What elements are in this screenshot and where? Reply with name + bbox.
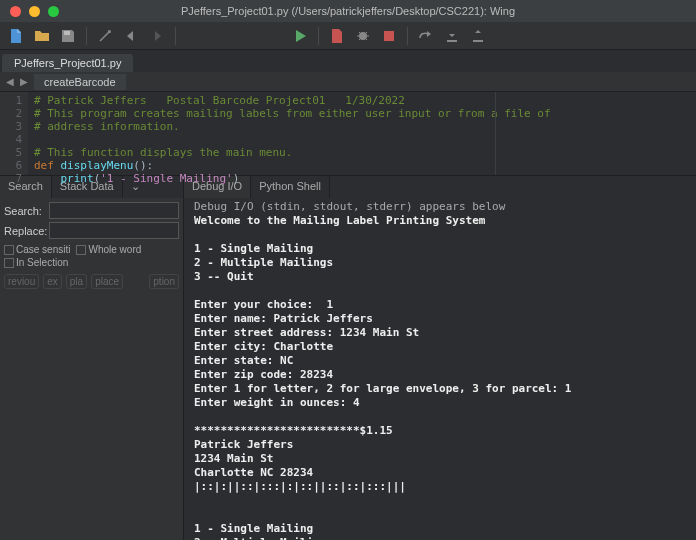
close-window-button[interactable] — [10, 6, 21, 17]
save-icon[interactable] — [58, 26, 78, 46]
minimize-window-button[interactable] — [29, 6, 40, 17]
step-out-icon[interactable] — [468, 26, 488, 46]
window-controls — [10, 6, 59, 17]
svg-rect-3 — [447, 40, 457, 42]
margin-guide — [495, 92, 496, 175]
whole-word-checkbox[interactable]: Whole word — [76, 244, 141, 255]
console-output[interactable]: Debug I/O (stdin, stdout, stderr) appear… — [184, 198, 696, 540]
console-panel: Debug I/O Python Shell Debug I/O (stdin,… — [184, 176, 696, 540]
line-gutter: 1 2 3 4 5 6 7 — [0, 92, 28, 175]
in-selection-checkbox[interactable]: In Selection — [4, 257, 68, 268]
debug-bug-icon[interactable] — [353, 26, 373, 46]
next-button[interactable]: ex — [43, 274, 62, 289]
toolbar-separator — [318, 27, 319, 45]
toolbar-separator — [86, 27, 87, 45]
search-panel: Search Stack Data ⌄ Search: Replace: Cas… — [0, 176, 184, 540]
breadcrumb[interactable]: createBarcode — [34, 74, 126, 90]
options-button[interactable]: ption — [149, 274, 179, 289]
run-icon[interactable] — [290, 26, 310, 46]
toolbar-separator — [175, 27, 176, 45]
forward-icon[interactable] — [147, 26, 167, 46]
svg-rect-0 — [64, 31, 70, 35]
previous-button[interactable]: reviou — [4, 274, 39, 289]
step-into-icon[interactable] — [442, 26, 462, 46]
debug-file-icon[interactable] — [327, 26, 347, 46]
wand-icon[interactable] — [95, 26, 115, 46]
replace-input[interactable] — [49, 222, 179, 239]
search-input[interactable] — [49, 202, 179, 219]
svg-rect-2 — [384, 31, 394, 41]
case-sensitive-checkbox[interactable]: Case sensiti — [4, 244, 70, 255]
maximize-window-button[interactable] — [48, 6, 59, 17]
file-tab[interactable]: PJeffers_Project01.py — [2, 54, 133, 72]
open-folder-icon[interactable] — [32, 26, 52, 46]
file-tab-row: PJeffers_Project01.py — [0, 50, 696, 72]
replace-label: Replace: — [4, 225, 46, 237]
back-icon[interactable] — [121, 26, 141, 46]
python-shell-tab[interactable]: Python Shell — [251, 176, 330, 198]
code-editor[interactable]: 1 2 3 4 5 6 7 # Patrick Jeffers Postal B… — [0, 92, 696, 176]
crumb-back-icon[interactable]: ◀ — [6, 76, 14, 87]
code-area[interactable]: # Patrick Jeffers Postal Barcode Project… — [28, 92, 696, 175]
title-bar: PJeffers_Project01.py (/Users/patrickjef… — [0, 0, 696, 22]
window-title: PJeffers_Project01.py (/Users/patrickjef… — [181, 5, 515, 17]
breadcrumb-row: ◀ ▶ createBarcode — [0, 72, 696, 92]
replace-one-button[interactable]: pla — [66, 274, 87, 289]
step-over-icon[interactable] — [416, 26, 436, 46]
svg-rect-4 — [473, 40, 483, 42]
toolbar-separator — [407, 27, 408, 45]
new-file-icon[interactable] — [6, 26, 26, 46]
replace-all-button[interactable]: place — [91, 274, 123, 289]
crumb-forward-icon[interactable]: ▶ — [20, 76, 28, 87]
stop-icon[interactable] — [379, 26, 399, 46]
toolbar — [0, 22, 696, 50]
search-label: Search: — [4, 205, 46, 217]
